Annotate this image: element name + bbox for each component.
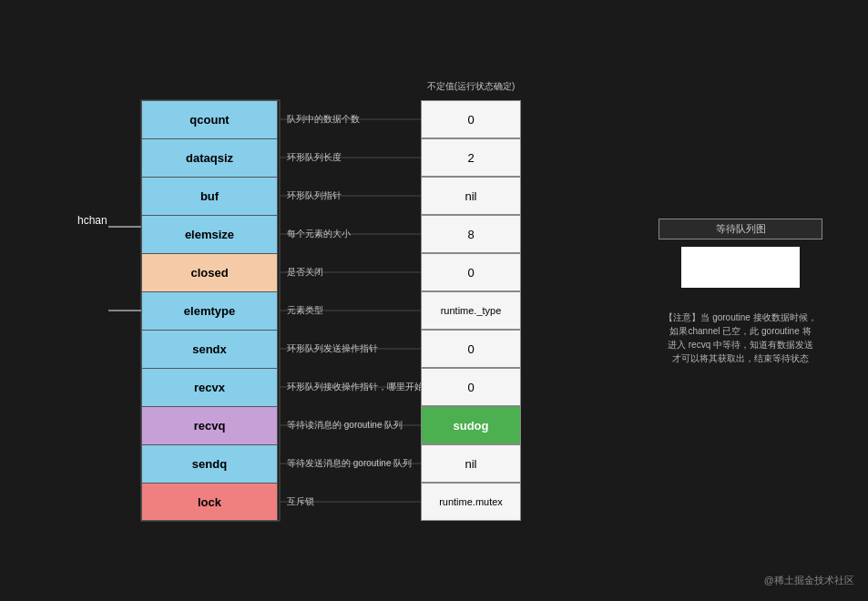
arrow-line	[108, 226, 141, 228]
cell-elemtype: elemtype	[141, 291, 278, 330]
cell-lock: lock	[141, 483, 278, 521]
cell-buf: buf	[141, 177, 278, 215]
val-buf: nil	[421, 177, 521, 215]
ann-closed: 是否关闭	[287, 266, 323, 279]
val-dataqsiz: 2	[421, 138, 521, 177]
watermark: @稀土掘金技术社区	[764, 574, 854, 587]
struct-panel: qcount dataqsiz buf elemsize closed elem…	[141, 100, 278, 521]
val-sendq: nil	[421, 444, 521, 483]
val-lock: runtime.mutex	[421, 483, 521, 521]
cell-recvx: recvx	[141, 368, 278, 406]
cell-dataqsiz: dataqsiz	[141, 138, 278, 177]
ann-elemsize: 每个元素的大小	[287, 228, 351, 240]
val-qcount: 0	[421, 100, 521, 138]
ann-qcount: 队列中的数据个数	[287, 113, 360, 126]
val-elemsize: 8	[421, 215, 521, 253]
annotations-panel: 队列中的数据个数 环形队列长度 环形队列指针 每个元素的大小 是否关闭 元素类型…	[287, 100, 414, 521]
ann-elemtype: 元素类型	[287, 304, 323, 317]
info-panel: 等待队列图 【注意】当 goroutine 接收数据时候， 如果channel …	[659, 219, 822, 365]
struct-label: hchan	[77, 214, 107, 227]
val-recvx: 0	[421, 368, 521, 406]
cell-elemsize: elemsize	[141, 215, 278, 253]
val-sendx: 0	[421, 330, 521, 368]
ann-sendx: 环形队列发送操作指针	[287, 342, 378, 355]
info-desc: 【注意】当 goroutine 接收数据时候， 如果channel 已空，此 g…	[659, 297, 822, 365]
cell-sendq: sendq	[141, 444, 278, 483]
val-closed: 0	[421, 253, 521, 291]
info-box	[681, 247, 800, 288]
info-title: 等待队列图	[659, 219, 822, 239]
val-elemtype: runtime._type	[421, 291, 521, 330]
main-container: hchan qcount dataqsiz buf elemsize close…	[0, 0, 868, 601]
ann-recvq: 等待读消息的 goroutine 队列	[287, 419, 403, 432]
values-title: 不定值(运行状态确定)	[421, 80, 521, 93]
cell-sendx: sendx	[141, 330, 278, 368]
val-recvq: sudog	[421, 406, 521, 444]
cell-closed: closed	[141, 253, 278, 291]
cell-qcount: qcount	[141, 100, 278, 138]
values-panel: 0 2 nil 8 0 runtime._type 0 0 sudog nil	[421, 100, 521, 521]
ann-buf: 环形队列指针	[287, 189, 342, 202]
ann-dataqsiz: 环形队列长度	[287, 151, 342, 164]
ann-lock: 互斥锁	[287, 495, 314, 508]
ann-recvx: 环形队列接收操作指针，哪里开始读	[287, 381, 414, 393]
ann-sendq: 等待发送消息的 goroutine 队列	[287, 457, 412, 470]
cell-recvq: recvq	[141, 406, 278, 444]
